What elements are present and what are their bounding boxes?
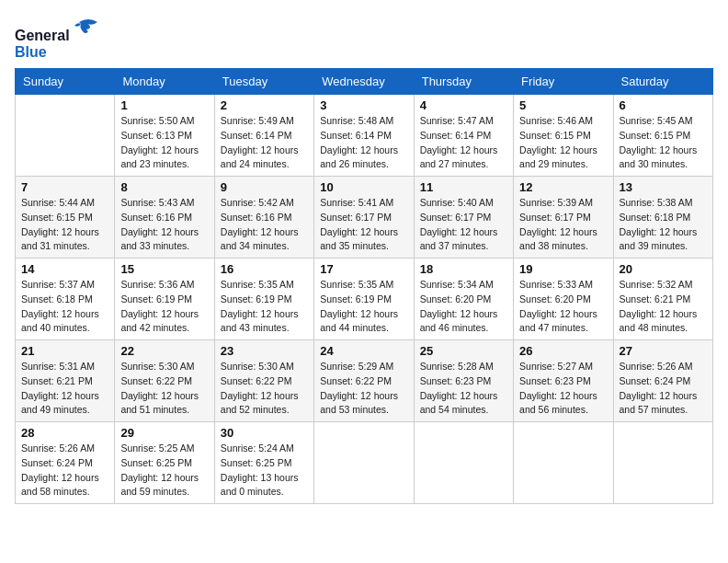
day-number: 29 [120, 426, 208, 440]
week-row-5: 28Sunrise: 5:26 AMSunset: 6:24 PMDayligh… [16, 422, 713, 504]
day-info: Sunrise: 5:49 AMSunset: 6:14 PMDaylight:… [221, 114, 308, 172]
day-cell: 3Sunrise: 5:48 AMSunset: 6:14 PMDaylight… [314, 95, 414, 177]
day-cell: 2Sunrise: 5:49 AMSunset: 6:14 PMDaylight… [214, 95, 313, 177]
day-cell: 1Sunrise: 5:50 AMSunset: 6:13 PMDaylight… [115, 95, 214, 177]
day-cell [16, 95, 115, 177]
day-cell: 7Sunrise: 5:44 AMSunset: 6:15 PMDaylight… [16, 177, 115, 259]
day-cell: 4Sunrise: 5:47 AMSunset: 6:14 PMDaylight… [414, 95, 513, 177]
day-info: Sunrise: 5:28 AMSunset: 6:23 PMDaylight:… [420, 360, 507, 418]
day-info: Sunrise: 5:40 AMSunset: 6:17 PMDaylight:… [420, 196, 507, 254]
weekday-header-saturday: Saturday [613, 69, 712, 95]
day-number: 30 [221, 426, 308, 440]
day-info: Sunrise: 5:44 AMSunset: 6:15 PMDaylight:… [21, 196, 108, 254]
day-info: Sunrise: 5:41 AMSunset: 6:17 PMDaylight:… [320, 196, 407, 254]
weekday-header-monday: Monday [115, 69, 214, 95]
svg-text:General: General [15, 28, 70, 43]
day-cell: 19Sunrise: 5:33 AMSunset: 6:20 PMDayligh… [514, 259, 613, 340]
day-cell: 27Sunrise: 5:26 AMSunset: 6:24 PMDayligh… [613, 340, 712, 422]
day-cell: 21Sunrise: 5:31 AMSunset: 6:21 PMDayligh… [16, 340, 115, 422]
day-info: Sunrise: 5:36 AMSunset: 6:19 PMDaylight:… [120, 278, 208, 336]
day-info: Sunrise: 5:29 AMSunset: 6:22 PMDaylight:… [320, 360, 407, 418]
day-number: 6 [620, 98, 707, 112]
day-cell: 10Sunrise: 5:41 AMSunset: 6:17 PMDayligh… [314, 177, 414, 259]
day-number: 5 [519, 98, 607, 112]
day-info: Sunrise: 5:43 AMSunset: 6:16 PMDaylight:… [120, 196, 208, 254]
day-number: 26 [519, 344, 607, 358]
day-cell [514, 422, 613, 504]
day-number: 14 [21, 262, 108, 276]
day-cell: 24Sunrise: 5:29 AMSunset: 6:22 PMDayligh… [314, 340, 414, 422]
week-row-2: 7Sunrise: 5:44 AMSunset: 6:15 PMDaylight… [16, 177, 713, 259]
day-cell: 8Sunrise: 5:43 AMSunset: 6:16 PMDaylight… [115, 177, 214, 259]
day-cell: 9Sunrise: 5:42 AMSunset: 6:16 PMDaylight… [214, 177, 313, 259]
header: General Blue [15, 15, 713, 61]
day-cell: 28Sunrise: 5:26 AMSunset: 6:24 PMDayligh… [16, 422, 115, 504]
day-info: Sunrise: 5:47 AMSunset: 6:14 PMDaylight:… [420, 114, 507, 172]
day-number: 1 [120, 98, 208, 112]
day-number: 18 [420, 262, 507, 276]
day-info: Sunrise: 5:42 AMSunset: 6:16 PMDaylight:… [221, 196, 308, 254]
day-info: Sunrise: 5:45 AMSunset: 6:15 PMDaylight:… [620, 114, 707, 172]
day-cell: 18Sunrise: 5:34 AMSunset: 6:20 PMDayligh… [414, 259, 513, 340]
day-info: Sunrise: 5:30 AMSunset: 6:22 PMDaylight:… [120, 360, 208, 418]
day-number: 13 [620, 180, 707, 194]
day-info: Sunrise: 5:32 AMSunset: 6:21 PMDaylight:… [620, 278, 707, 336]
day-number: 24 [320, 344, 407, 358]
svg-text:Blue: Blue [15, 44, 47, 60]
day-number: 11 [420, 180, 507, 194]
day-number: 28 [21, 426, 108, 440]
day-number: 4 [420, 98, 507, 112]
day-cell [314, 422, 414, 504]
day-info: Sunrise: 5:26 AMSunset: 6:24 PMDaylight:… [620, 360, 707, 418]
day-info: Sunrise: 5:35 AMSunset: 6:19 PMDaylight:… [320, 278, 407, 336]
day-number: 21 [21, 344, 108, 358]
day-info: Sunrise: 5:34 AMSunset: 6:20 PMDaylight:… [420, 278, 507, 336]
day-number: 12 [519, 180, 607, 194]
weekday-header-row: SundayMondayTuesdayWednesdayThursdayFrid… [16, 69, 713, 95]
day-cell [414, 422, 513, 504]
day-info: Sunrise: 5:46 AMSunset: 6:15 PMDaylight:… [519, 114, 607, 172]
day-number: 17 [320, 262, 407, 276]
day-number: 27 [620, 344, 707, 358]
day-number: 2 [221, 98, 308, 112]
day-cell: 25Sunrise: 5:28 AMSunset: 6:23 PMDayligh… [414, 340, 513, 422]
day-number: 3 [320, 98, 407, 112]
day-number: 8 [120, 180, 208, 194]
logo: General Blue [15, 15, 116, 61]
day-number: 20 [620, 262, 707, 276]
calendar-table: SundayMondayTuesdayWednesdayThursdayFrid… [15, 68, 713, 504]
day-cell: 22Sunrise: 5:30 AMSunset: 6:22 PMDayligh… [115, 340, 214, 422]
day-cell: 6Sunrise: 5:45 AMSunset: 6:15 PMDaylight… [613, 95, 712, 177]
day-number: 25 [420, 344, 507, 358]
day-number: 16 [221, 262, 308, 276]
day-number: 10 [320, 180, 407, 194]
day-cell: 20Sunrise: 5:32 AMSunset: 6:21 PMDayligh… [613, 259, 712, 340]
day-info: Sunrise: 5:31 AMSunset: 6:21 PMDaylight:… [21, 360, 108, 418]
weekday-header-wednesday: Wednesday [314, 69, 414, 95]
day-number: 19 [519, 262, 607, 276]
weekday-header-thursday: Thursday [414, 69, 513, 95]
week-row-3: 14Sunrise: 5:37 AMSunset: 6:18 PMDayligh… [16, 259, 713, 340]
day-info: Sunrise: 5:50 AMSunset: 6:13 PMDaylight:… [120, 114, 208, 172]
weekday-header-tuesday: Tuesday [214, 69, 313, 95]
weekday-header-sunday: Sunday [16, 69, 115, 95]
day-info: Sunrise: 5:30 AMSunset: 6:22 PMDaylight:… [221, 360, 308, 418]
day-number: 15 [120, 262, 208, 276]
day-cell: 26Sunrise: 5:27 AMSunset: 6:23 PMDayligh… [514, 340, 613, 422]
day-info: Sunrise: 5:38 AMSunset: 6:18 PMDaylight:… [620, 196, 707, 254]
weekday-header-friday: Friday [514, 69, 613, 95]
day-info: Sunrise: 5:39 AMSunset: 6:17 PMDaylight:… [519, 196, 607, 254]
logo-svg: General Blue [15, 15, 116, 61]
day-cell: 23Sunrise: 5:30 AMSunset: 6:22 PMDayligh… [214, 340, 313, 422]
day-cell: 30Sunrise: 5:24 AMSunset: 6:25 PMDayligh… [214, 422, 313, 504]
day-cell: 12Sunrise: 5:39 AMSunset: 6:17 PMDayligh… [514, 177, 613, 259]
day-info: Sunrise: 5:35 AMSunset: 6:19 PMDaylight:… [221, 278, 308, 336]
day-cell: 5Sunrise: 5:46 AMSunset: 6:15 PMDaylight… [514, 95, 613, 177]
day-cell: 16Sunrise: 5:35 AMSunset: 6:19 PMDayligh… [214, 259, 313, 340]
week-row-4: 21Sunrise: 5:31 AMSunset: 6:21 PMDayligh… [16, 340, 713, 422]
day-info: Sunrise: 5:33 AMSunset: 6:20 PMDaylight:… [519, 278, 607, 336]
day-cell: 13Sunrise: 5:38 AMSunset: 6:18 PMDayligh… [613, 177, 712, 259]
day-info: Sunrise: 5:25 AMSunset: 6:25 PMDaylight:… [120, 442, 208, 500]
day-cell: 29Sunrise: 5:25 AMSunset: 6:25 PMDayligh… [115, 422, 214, 504]
day-info: Sunrise: 5:37 AMSunset: 6:18 PMDaylight:… [21, 278, 108, 336]
